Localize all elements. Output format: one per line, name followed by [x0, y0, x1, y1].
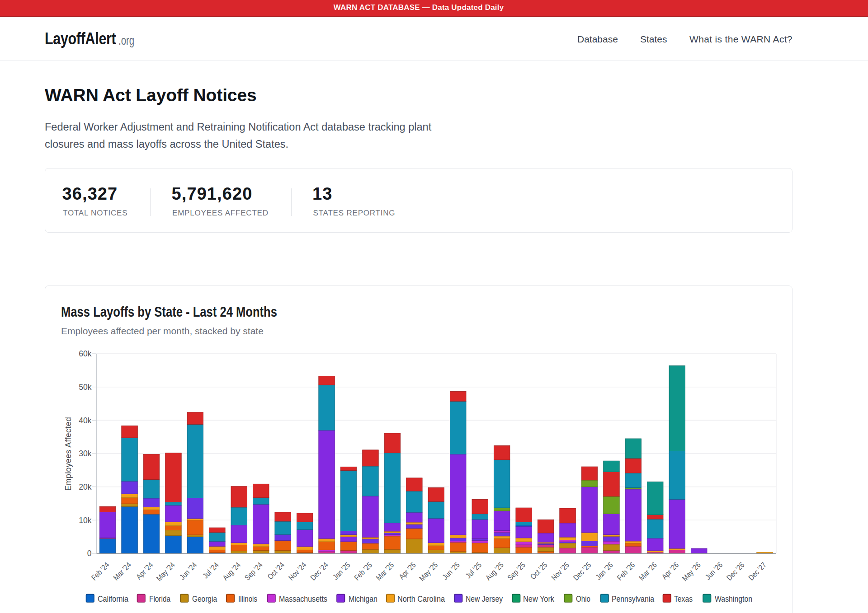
svg-text:Jun '25: Jun '25 — [441, 561, 462, 581]
svg-text:50k: 50k — [79, 383, 91, 392]
svg-text:Aug '24: Aug '24 — [221, 561, 242, 582]
svg-text:New Jersey: New Jersey — [466, 594, 503, 604]
svg-text:Texas: Texas — [674, 594, 693, 604]
svg-text:Ohio: Ohio — [576, 594, 590, 604]
svg-text:Jul '25: Jul '25 — [464, 561, 483, 580]
svg-text:Pennsylvania: Pennsylvania — [612, 594, 654, 604]
svg-text:Massachusetts: Massachusetts — [279, 594, 327, 604]
svg-text:Sep '25: Sep '25 — [506, 561, 527, 582]
svg-text:Employees Affected: Employees Affected — [64, 417, 73, 491]
svg-text:Feb '25: Feb '25 — [353, 561, 374, 582]
svg-text:May '24: May '24 — [155, 561, 176, 583]
svg-text:Georgia: Georgia — [192, 594, 217, 604]
svg-text:Nov '25: Nov '25 — [550, 561, 571, 582]
svg-text:0: 0 — [87, 549, 92, 558]
svg-text:60k: 60k — [79, 349, 91, 358]
svg-text:Apr '25: Apr '25 — [397, 561, 418, 581]
svg-text:Dec '26: Dec '26 — [725, 561, 746, 582]
svg-text:Aug '25: Aug '25 — [484, 561, 505, 582]
svg-text:Mar '25: Mar '25 — [374, 561, 396, 582]
svg-text:Mar '26: Mar '26 — [637, 561, 659, 582]
svg-text:Jan '26: Jan '26 — [594, 561, 615, 581]
svg-text:Florida: Florida — [149, 594, 170, 604]
svg-text:May '26: May '26 — [680, 561, 702, 583]
svg-text:Dec '25: Dec '25 — [571, 561, 593, 582]
svg-text:California: California — [98, 594, 128, 604]
svg-text:Apr '26: Apr '26 — [660, 561, 680, 581]
svg-text:Oct '24: Oct '24 — [266, 561, 286, 581]
svg-text:10k: 10k — [79, 516, 91, 525]
svg-text:North Carolina: North Carolina — [397, 594, 445, 604]
svg-text:Mar '24: Mar '24 — [112, 561, 133, 582]
svg-text:40k: 40k — [79, 416, 91, 425]
svg-text:May '25: May '25 — [418, 561, 439, 583]
svg-text:Jun '24: Jun '24 — [178, 561, 199, 581]
svg-text:Apr '24: Apr '24 — [134, 561, 155, 581]
svg-text:New York: New York — [523, 594, 554, 604]
svg-text:Washington: Washington — [715, 594, 752, 604]
svg-text:Jun '26: Jun '26 — [703, 561, 724, 581]
svg-text:Jul '24: Jul '24 — [201, 561, 221, 580]
svg-text:Nov '24: Nov '24 — [287, 561, 308, 582]
svg-text:Feb '26: Feb '26 — [615, 561, 637, 582]
svg-text:Dec '27: Dec '27 — [747, 561, 768, 582]
svg-text:20k: 20k — [79, 482, 91, 491]
svg-text:Illinois: Illinois — [238, 594, 257, 604]
svg-text:30k: 30k — [79, 449, 91, 458]
svg-text:Sep '24: Sep '24 — [243, 561, 264, 582]
svg-text:Michigan: Michigan — [349, 594, 377, 604]
svg-text:Jan '25: Jan '25 — [331, 561, 352, 581]
svg-text:Feb '24: Feb '24 — [90, 561, 111, 582]
svg-text:Oct '25: Oct '25 — [528, 561, 549, 581]
svg-text:Dec '24: Dec '24 — [309, 561, 330, 582]
